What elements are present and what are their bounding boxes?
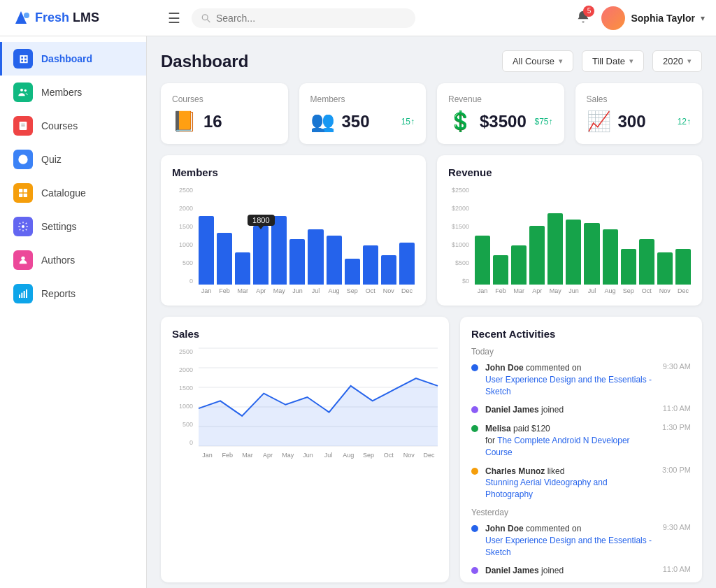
revenue-bar-chart: $2500$2000$1500$1000$500$0JanFebMarAprMa… xyxy=(448,187,691,294)
activity-text: Daniel James joined xyxy=(485,404,656,416)
revenue-icon: 💲 xyxy=(448,110,473,133)
activity-item: John Doe commented onUser Experience Des… xyxy=(471,523,691,558)
stat-card-sales: Sales 📈 300 12 xyxy=(575,83,703,144)
search-input[interactable] xyxy=(216,13,406,24)
charts-row-2: Sales 25002000150010005000JanFebMarAprMa… xyxy=(161,317,702,582)
main-content: Dashboard All Course ▾ Till Date ▾ 2020 … xyxy=(147,36,716,588)
sales-change: 12 xyxy=(678,117,691,127)
members-label: Members xyxy=(310,94,415,104)
revenue-label: Revenue xyxy=(448,94,553,104)
members-stat-icon: 👥 xyxy=(310,110,335,133)
layout: ⊞ Dashboard Members Courses ? Quiz Cata xyxy=(0,36,716,588)
svg-line-3 xyxy=(207,19,210,22)
activity-title: Recent Activities xyxy=(471,328,691,340)
svg-rect-17 xyxy=(19,294,20,298)
sidebar: ⊞ Dashboard Members Courses ? Quiz Cata xyxy=(0,36,147,588)
courses-icon xyxy=(13,116,33,136)
svg-point-16 xyxy=(21,257,24,260)
today-activities: John Doe commented onUser Experience Des… xyxy=(471,362,691,501)
user-name: Sophia Taylor xyxy=(631,13,695,24)
courses-body: 📙 16 xyxy=(172,110,277,133)
chevron-down-icon: ▾ xyxy=(701,13,705,23)
sidebar-item-courses[interactable]: Courses xyxy=(0,109,146,143)
sidebar-item-members[interactable]: Members xyxy=(0,76,146,109)
hamburger-icon[interactable]: ☰ xyxy=(168,10,180,27)
activity-text: Melisa paid $120for The Complete Android… xyxy=(485,423,655,458)
sidebar-label-quiz: Quiz xyxy=(41,154,62,165)
sales-icon: 📈 xyxy=(587,110,611,133)
revenue-chart-title: Revenue xyxy=(448,166,691,178)
svg-text:?: ? xyxy=(21,156,24,163)
sidebar-item-dashboard[interactable]: ⊞ Dashboard xyxy=(0,42,146,76)
svg-rect-11 xyxy=(19,189,22,192)
activity-item: Charles Munoz likedStunning Aerial Video… xyxy=(471,466,691,501)
search-box[interactable] xyxy=(192,8,415,28)
revenue-chart-card: Revenue $2500$2000$1500$1000$500$0JanFeb… xyxy=(437,155,702,306)
sidebar-item-catalogue[interactable]: Catalogue xyxy=(0,176,146,210)
svg-rect-20 xyxy=(26,289,27,298)
sales-label: Sales xyxy=(587,94,692,104)
charts-row-1: Members 250020001500100050001800JanFebMa… xyxy=(161,155,702,306)
sidebar-label-courses: Courses xyxy=(41,120,78,131)
members-body: 👥 350 15 xyxy=(310,110,415,133)
activity-time: 1:30 PM xyxy=(662,423,691,431)
filter-course-btn[interactable]: All Course ▾ xyxy=(502,50,573,72)
avatar xyxy=(601,6,625,30)
sidebar-item-authors[interactable]: Authors xyxy=(0,243,146,277)
members-change: 15 xyxy=(401,117,415,127)
activity-text: John Doe commented onUser Experience Des… xyxy=(485,523,656,558)
svg-rect-14 xyxy=(24,194,27,197)
filter-year-btn[interactable]: 2020 ▾ xyxy=(652,50,702,72)
notifications-bell[interactable]: 5 xyxy=(576,10,590,27)
sales-value: 300 xyxy=(618,112,646,131)
page-title: Dashboard xyxy=(161,52,494,71)
sidebar-label-reports: Reports xyxy=(41,288,76,299)
activity-dot xyxy=(471,425,478,432)
sales-chart-title: Sales xyxy=(172,328,438,340)
activity-item: Daniel James joined11:0 AM xyxy=(471,565,691,577)
stat-card-members: Members 👥 350 15 xyxy=(299,83,427,144)
filter-date-btn[interactable]: Till Date ▾ xyxy=(582,50,644,72)
svg-rect-18 xyxy=(21,293,22,298)
sidebar-item-quiz[interactable]: ? Quiz xyxy=(0,143,146,176)
sidebar-label-dashboard: Dashboard xyxy=(41,53,92,64)
svg-rect-12 xyxy=(24,189,27,192)
svg-rect-13 xyxy=(19,194,22,197)
sidebar-item-reports[interactable]: Reports xyxy=(0,277,146,310)
svg-point-4 xyxy=(20,89,23,92)
logo-icon xyxy=(11,8,31,28)
members-value: 350 xyxy=(342,112,370,131)
sidebar-item-settings[interactable]: Settings xyxy=(0,210,146,243)
revenue-body: 💲 $3500 $75 xyxy=(448,110,553,133)
sales-chart-card: Sales 25002000150010005000JanFebMarAprMa… xyxy=(161,317,449,582)
stat-cards: Courses 📙 16 Members 👥 350 15 Revenue 💲 xyxy=(161,83,702,144)
activity-item: Daniel James joined11:0 AM xyxy=(471,404,691,416)
activity-dot xyxy=(471,406,478,413)
activity-time: 11:0 AM xyxy=(663,404,691,413)
activity-dot xyxy=(471,567,478,574)
courses-icon: 📙 xyxy=(172,110,196,133)
activity-dot xyxy=(471,525,478,532)
sidebar-label-catalogue: Catalogue xyxy=(41,187,86,199)
dashboard-icon: ⊞ xyxy=(13,49,33,69)
user-menu[interactable]: Sophia Taylor ▾ xyxy=(601,6,705,30)
revenue-value: $3500 xyxy=(480,112,527,131)
activity-text: John Doe commented onUser Experience Des… xyxy=(485,362,656,397)
settings-icon xyxy=(13,217,33,236)
activity-yesterday-label: Yesterday xyxy=(471,508,691,517)
activity-dot xyxy=(471,364,478,371)
logo-text: Fresh LMS xyxy=(35,10,99,25)
activity-text: Charles Munoz likedStunning Aerial Video… xyxy=(485,466,655,501)
stat-card-courses: Courses 📙 16 xyxy=(161,83,288,144)
activity-time: 11:0 AM xyxy=(663,565,691,573)
chevron-icon: ▾ xyxy=(559,57,563,66)
members-icon xyxy=(13,83,33,102)
svg-point-2 xyxy=(202,14,208,20)
svg-point-5 xyxy=(24,89,27,92)
activity-time: 9:30 AM xyxy=(663,362,691,371)
activity-dot xyxy=(471,468,478,475)
sidebar-label-members: Members xyxy=(41,87,82,98)
bell-badge: 5 xyxy=(583,6,594,17)
activity-text: Daniel James joined xyxy=(485,565,656,577)
activity-time: 3:00 PM xyxy=(662,466,691,474)
